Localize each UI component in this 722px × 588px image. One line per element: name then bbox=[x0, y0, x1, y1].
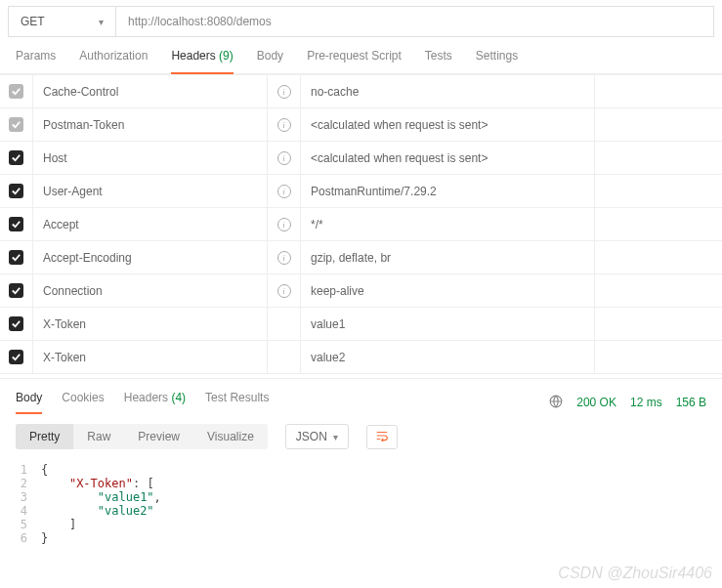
resp-tab-headers-count: (4) bbox=[171, 391, 186, 404]
header-value-input[interactable]: */* bbox=[301, 208, 595, 240]
table-row: Cache-Controlino-cache bbox=[0, 75, 722, 108]
header-key-input[interactable]: Accept-Encoding bbox=[33, 241, 268, 273]
info-icon[interactable]: i bbox=[277, 118, 291, 132]
header-enabled-checkbox[interactable] bbox=[9, 184, 23, 198]
info-icon[interactable]: i bbox=[277, 284, 291, 298]
response-size: 156 B bbox=[676, 396, 706, 409]
view-mode-visualize[interactable]: Visualize bbox=[193, 424, 268, 449]
info-icon[interactable]: i bbox=[277, 251, 291, 265]
line-number: 6 bbox=[0, 531, 41, 545]
response-meta: 200 OK 12 ms 156 B bbox=[549, 391, 706, 414]
http-method-select[interactable]: GET ▾ bbox=[9, 7, 116, 36]
table-row: X-Tokenvalue2 bbox=[0, 341, 722, 374]
format-label: JSON bbox=[296, 430, 327, 443]
url-input[interactable]: http://localhost:8080/demos bbox=[116, 7, 713, 36]
resp-tab-cookies[interactable]: Cookies bbox=[62, 391, 104, 414]
header-enabled-checkbox[interactable] bbox=[9, 283, 23, 298]
request-bar: GET ▾ http://localhost:8080/demos bbox=[8, 6, 714, 37]
tab-settings[interactable]: Settings bbox=[476, 49, 518, 73]
status-code: 200 OK bbox=[576, 396, 616, 409]
chevron-down-icon: ▾ bbox=[333, 432, 338, 442]
code-text: "value2" bbox=[41, 504, 154, 518]
line-number: 4 bbox=[0, 504, 41, 518]
header-enabled-checkbox[interactable] bbox=[9, 84, 23, 99]
response-body[interactable]: 1{ 2 "X-Token": [ 3 "value1", 4 "value2"… bbox=[0, 459, 722, 565]
line-number: 5 bbox=[0, 518, 41, 531]
header-enabled-checkbox[interactable] bbox=[9, 117, 23, 132]
http-method-label: GET bbox=[21, 15, 45, 28]
resp-tab-body[interactable]: Body bbox=[16, 391, 42, 414]
view-mode-preview[interactable]: Preview bbox=[124, 424, 193, 449]
view-modes: Pretty Raw Preview Visualize bbox=[16, 424, 268, 449]
headers-table: Cache-Controlino-cachePostman-Tokeni<cal… bbox=[0, 74, 722, 374]
tab-tests[interactable]: Tests bbox=[425, 49, 452, 73]
header-enabled-checkbox[interactable] bbox=[9, 350, 23, 364]
header-enabled-checkbox[interactable] bbox=[9, 150, 23, 165]
header-value-input[interactable]: keep-alive bbox=[301, 274, 595, 307]
header-key-input[interactable]: X-Token bbox=[33, 341, 268, 373]
watermark: CSDN @ZhouSir4406 bbox=[558, 565, 712, 582]
tab-body[interactable]: Body bbox=[257, 49, 283, 73]
header-key-input[interactable]: Accept bbox=[33, 208, 268, 240]
resp-tab-headers-label: Headers bbox=[124, 391, 168, 404]
chevron-down-icon: ▾ bbox=[99, 17, 104, 27]
header-value-input[interactable]: gzip, deflate, br bbox=[301, 241, 595, 273]
table-row: X-Tokenvalue1 bbox=[0, 308, 722, 341]
header-enabled-checkbox[interactable] bbox=[9, 217, 23, 231]
view-mode-raw[interactable]: Raw bbox=[73, 424, 124, 449]
table-row: User-AgentiPostmanRuntime/7.29.2 bbox=[0, 175, 722, 208]
response-tabs: Body Cookies Headers (4) Test Results bbox=[16, 391, 269, 414]
info-icon[interactable]: i bbox=[277, 151, 291, 165]
header-key-input[interactable]: Connection bbox=[33, 274, 268, 307]
line-number: 3 bbox=[0, 490, 41, 504]
line-number: 1 bbox=[0, 463, 41, 477]
tab-headers-label: Headers bbox=[171, 49, 215, 63]
request-tabs: Params Authorization Headers (9) Body Pr… bbox=[0, 37, 722, 74]
info-icon[interactable]: i bbox=[277, 85, 291, 99]
view-mode-pretty[interactable]: Pretty bbox=[16, 424, 73, 449]
header-value-input[interactable]: value2 bbox=[301, 341, 595, 373]
resp-tab-test-results[interactable]: Test Results bbox=[205, 391, 269, 414]
header-key-input[interactable]: Host bbox=[33, 142, 268, 174]
header-key-input[interactable]: X-Token bbox=[33, 308, 268, 340]
tab-headers-count: (9) bbox=[219, 49, 234, 63]
header-value-input[interactable]: value1 bbox=[301, 308, 595, 340]
globe-icon[interactable] bbox=[549, 395, 563, 411]
info-icon[interactable]: i bbox=[277, 218, 291, 231]
code-text: } bbox=[41, 531, 48, 545]
resp-tab-headers[interactable]: Headers (4) bbox=[124, 391, 186, 414]
header-value-input[interactable]: <calculated when request is sent> bbox=[301, 108, 595, 141]
code-text: { bbox=[41, 463, 48, 477]
response-bar: Body Cookies Headers (4) Test Results 20… bbox=[0, 378, 722, 414]
header-key-input[interactable]: User-Agent bbox=[33, 175, 268, 207]
table-row: Hosti<calculated when request is sent> bbox=[0, 142, 722, 175]
header-value-input[interactable]: no-cache bbox=[301, 75, 595, 107]
table-row: Accept-Encodingigzip, deflate, br bbox=[0, 241, 722, 274]
header-enabled-checkbox[interactable] bbox=[9, 316, 23, 331]
line-number: 2 bbox=[0, 477, 41, 490]
header-key-input[interactable]: Postman-Token bbox=[33, 108, 268, 141]
header-value-input[interactable]: PostmanRuntime/7.29.2 bbox=[301, 175, 595, 207]
header-enabled-checkbox[interactable] bbox=[9, 250, 23, 265]
header-value-input[interactable]: <calculated when request is sent> bbox=[301, 142, 595, 174]
table-row: Postman-Tokeni<calculated when request i… bbox=[0, 108, 722, 142]
wrap-lines-button[interactable] bbox=[366, 425, 398, 449]
info-icon[interactable]: i bbox=[277, 185, 291, 198]
code-text: "X-Token": [ bbox=[41, 477, 154, 490]
tab-headers[interactable]: Headers (9) bbox=[171, 49, 233, 74]
code-text: ] bbox=[41, 518, 76, 531]
tab-params[interactable]: Params bbox=[16, 49, 56, 73]
response-controls: Pretty Raw Preview Visualize JSON ▾ bbox=[0, 414, 722, 459]
table-row: Accepti*/* bbox=[0, 208, 722, 241]
tab-prerequest[interactable]: Pre-request Script bbox=[307, 49, 402, 73]
response-time: 12 ms bbox=[630, 396, 662, 409]
header-key-input[interactable]: Cache-Control bbox=[33, 75, 268, 107]
code-text: "value1", bbox=[41, 490, 161, 504]
format-select[interactable]: JSON ▾ bbox=[285, 424, 349, 449]
tab-authorization[interactable]: Authorization bbox=[79, 49, 148, 73]
table-row: Connectionikeep-alive bbox=[0, 274, 722, 308]
